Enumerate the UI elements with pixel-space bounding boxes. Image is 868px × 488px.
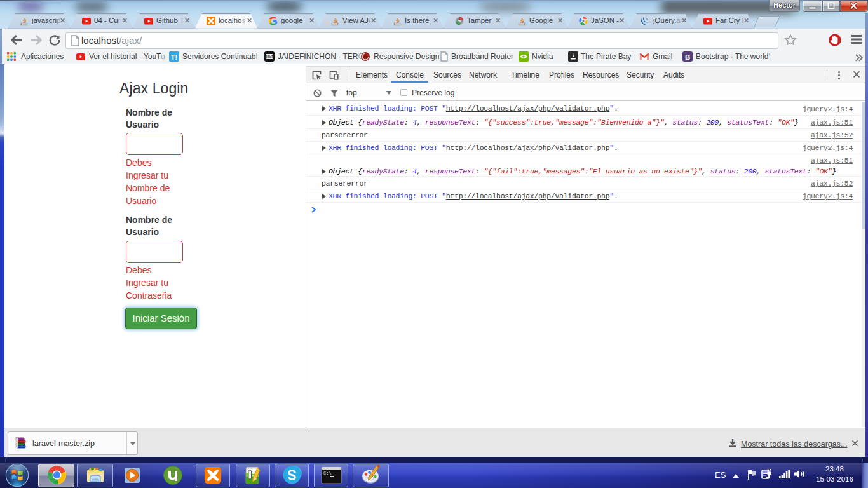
svg-text:B: B — [685, 53, 690, 61]
svg-text:C:\: C:\ — [323, 471, 332, 476]
svg-text:HD: HD — [266, 55, 273, 59]
svg-text:T!: T! — [171, 53, 177, 61]
